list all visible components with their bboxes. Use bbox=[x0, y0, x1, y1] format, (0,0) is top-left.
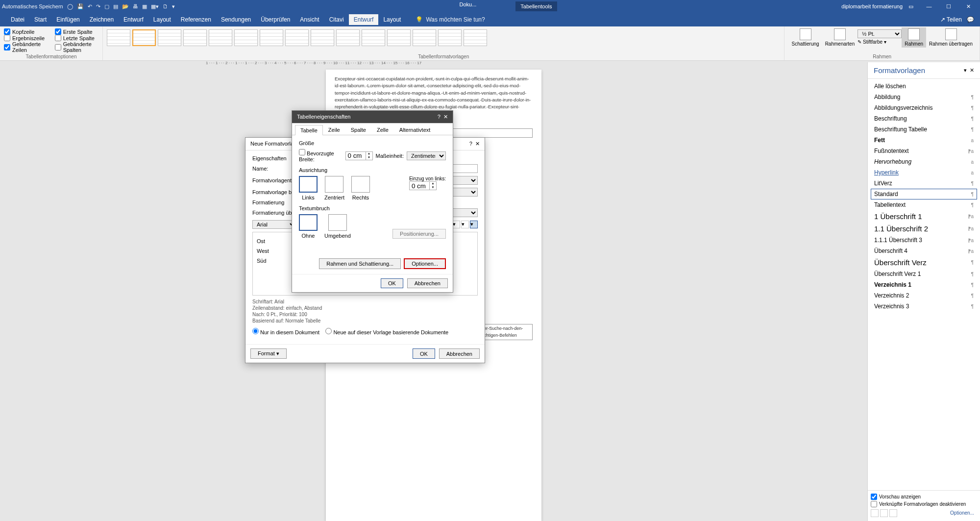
clear-all[interactable]: Alle löschen bbox=[871, 81, 977, 92]
style-item[interactable]: Abbildung¶ bbox=[871, 92, 977, 102]
autosave-toggle[interactable]: ◯ bbox=[67, 3, 73, 10]
table-style[interactable] bbox=[209, 29, 232, 46]
align-left[interactable]: Links bbox=[299, 176, 318, 200]
undo-icon[interactable]: ↶ bbox=[88, 3, 92, 10]
pane-menu-icon[interactable]: ▾ bbox=[964, 67, 967, 73]
style-item[interactable]: Verzeichnis 1¶ bbox=[871, 279, 977, 290]
style-item[interactable]: Verzeichnis 3¶ bbox=[871, 301, 977, 312]
style-item[interactable]: Fetta bbox=[871, 135, 977, 146]
style-item[interactable]: 1.1.1 Überschrift 3⁋a bbox=[871, 235, 977, 246]
qat-icon[interactable]: ▢ bbox=[104, 3, 109, 10]
tab-zeichnen[interactable]: Zeichnen bbox=[85, 14, 119, 25]
chk-preview[interactable]: Vorschau anzeigen bbox=[871, 494, 977, 500]
style-item[interactable]: Hervorhebunga bbox=[871, 156, 977, 167]
share-button[interactable]: ↗ Teilen bbox=[940, 16, 962, 23]
chk-last-col[interactable]: Letzte Spalte bbox=[55, 35, 98, 41]
minimize-icon[interactable]: — bbox=[919, 3, 939, 10]
cancel-button[interactable]: Abbrechen bbox=[439, 348, 480, 359]
borders-shading-button[interactable]: Rahmen und Schattierung... bbox=[319, 258, 401, 269]
style-item[interactable]: 1.1 Überschrift 2⁋a bbox=[871, 223, 977, 235]
align-center[interactable]: Zentriert bbox=[324, 176, 344, 200]
format-button[interactable]: Format ▾ bbox=[250, 348, 287, 359]
table-style[interactable] bbox=[362, 29, 385, 46]
wrap-around[interactable]: Umgebend bbox=[324, 214, 351, 239]
table-style[interactable] bbox=[107, 29, 130, 46]
shading-button[interactable]: Schattierung bbox=[788, 27, 822, 48]
tab-spalte[interactable]: Spalte bbox=[345, 124, 371, 135]
table-style[interactable] bbox=[311, 29, 334, 46]
chk-banded-rows[interactable]: Gebänderte Zeilen bbox=[4, 41, 45, 53]
chk-total[interactable]: Ergebniszeile bbox=[4, 35, 45, 41]
qat-icon[interactable]: ▦▾ bbox=[151, 3, 159, 10]
tab-sendungen[interactable]: Sendungen bbox=[216, 14, 256, 25]
inspect-icon[interactable] bbox=[880, 509, 888, 517]
save-icon[interactable]: 💾 bbox=[77, 3, 84, 10]
table-style[interactable] bbox=[464, 29, 487, 46]
chk-pref-width[interactable]: Bevorzugte Breite: bbox=[299, 149, 343, 162]
table-style[interactable] bbox=[336, 29, 360, 46]
new-style-icon[interactable] bbox=[871, 509, 879, 517]
cancel-button[interactable]: Abbrechen bbox=[407, 278, 448, 288]
border-painter-button[interactable]: Rahmen übertragen bbox=[926, 27, 976, 48]
qat-icon[interactable]: 🗋 bbox=[163, 3, 168, 9]
redo-icon[interactable]: ↷ bbox=[96, 3, 100, 10]
border-styles-button[interactable]: Rahmenarten bbox=[822, 27, 858, 48]
qat-icon[interactable]: 📂 bbox=[122, 3, 129, 10]
table-style[interactable] bbox=[158, 29, 181, 46]
unit-select[interactable]: Zentimeter bbox=[407, 151, 446, 160]
ok-button[interactable]: OK bbox=[413, 348, 435, 359]
help-icon[interactable]: ? bbox=[469, 141, 472, 147]
style-item[interactable]: Verzeichnis 2¶ bbox=[871, 290, 977, 301]
close-icon[interactable]: ✕ bbox=[443, 114, 448, 120]
table-style[interactable] bbox=[234, 29, 258, 46]
style-item[interactable]: Überschrift Verz¶ bbox=[871, 256, 977, 269]
tab-ansicht[interactable]: Ansicht bbox=[295, 14, 324, 25]
pen-color[interactable]: ✎ Stiftfarbe ▾ bbox=[858, 39, 902, 45]
align-right[interactable]: Rechts bbox=[351, 176, 370, 200]
table-style[interactable] bbox=[285, 29, 309, 46]
ruler[interactable]: 1 · · · 1 · · · 2 · · · 1 · · · 1 · · · … bbox=[0, 61, 980, 70]
qat-icon[interactable]: 🖶 bbox=[133, 3, 138, 9]
table-styles-gallery[interactable] bbox=[107, 27, 780, 46]
style-item[interactable]: Überschrift Verz 1¶ bbox=[871, 269, 977, 279]
styles-list[interactable]: Alle löschen Abbildung¶Abbildungsverzeic… bbox=[868, 79, 980, 490]
style-item[interactable]: 1 Überschrift 1⁋a bbox=[871, 210, 977, 223]
style-item[interactable]: Beschriftung¶ bbox=[871, 113, 977, 124]
radio-only-doc[interactable]: Nur in diesem Dokument bbox=[252, 329, 319, 335]
format-icon[interactable]: ▾ bbox=[461, 221, 469, 228]
qat-more-icon[interactable]: ▾ bbox=[172, 3, 175, 10]
tab-alttext[interactable]: Alternativtext bbox=[394, 124, 436, 135]
table-style[interactable] bbox=[413, 29, 436, 46]
radio-new-based[interactable]: Neue auf dieser Vorlage basierende Dokum… bbox=[325, 329, 448, 335]
tab-table-entwurf[interactable]: Entwurf bbox=[349, 14, 379, 25]
comments-icon[interactable]: 💬 bbox=[967, 16, 974, 23]
style-item[interactable]: Standard¶ bbox=[871, 189, 977, 199]
wrap-none[interactable]: Ohne bbox=[299, 214, 318, 239]
tab-referenzen[interactable]: Referenzen bbox=[176, 14, 216, 25]
borders-button[interactable]: Rahmen bbox=[902, 27, 926, 48]
options-button[interactable]: Optionen... bbox=[404, 258, 446, 269]
help-icon[interactable]: ? bbox=[438, 114, 441, 120]
tab-ueberpruefen[interactable]: Überprüfen bbox=[256, 14, 295, 25]
chk-disable-linked[interactable]: Verknüpfte Formatvorlagen deaktivieren bbox=[871, 501, 977, 507]
tab-table-layout[interactable]: Layout bbox=[378, 14, 406, 25]
close-icon[interactable]: ✕ bbox=[958, 3, 978, 10]
tab-einfuegen[interactable]: Einfügen bbox=[51, 14, 84, 25]
chk-header[interactable]: Kopfzeile bbox=[4, 28, 45, 35]
table-style[interactable] bbox=[438, 29, 462, 46]
style-item[interactable]: Beschriftung Tabelle¶ bbox=[871, 124, 977, 135]
font-select[interactable]: Arial bbox=[252, 220, 296, 229]
tab-zelle[interactable]: Zelle bbox=[371, 124, 394, 135]
tab-datei[interactable]: Datei bbox=[6, 14, 29, 25]
tab-start[interactable]: Start bbox=[29, 14, 51, 25]
positioning-button[interactable]: Positionierung... bbox=[392, 229, 446, 239]
chk-first-col[interactable]: Erste Spalte bbox=[55, 28, 98, 35]
tell-me[interactable]: 💡 Was möchten Sie tun? bbox=[416, 16, 485, 23]
style-item[interactable]: Abbildungsverzeichnis¶ bbox=[871, 102, 977, 113]
style-item[interactable]: Hyperlinka bbox=[871, 167, 977, 178]
qat-icon[interactable]: ▦ bbox=[142, 3, 147, 10]
style-item[interactable]: Tabellentext¶ bbox=[871, 199, 977, 210]
table-style[interactable] bbox=[260, 29, 283, 46]
style-item[interactable]: LitVerz¶ bbox=[871, 178, 977, 189]
options-link[interactable]: Optionen... bbox=[947, 509, 977, 518]
